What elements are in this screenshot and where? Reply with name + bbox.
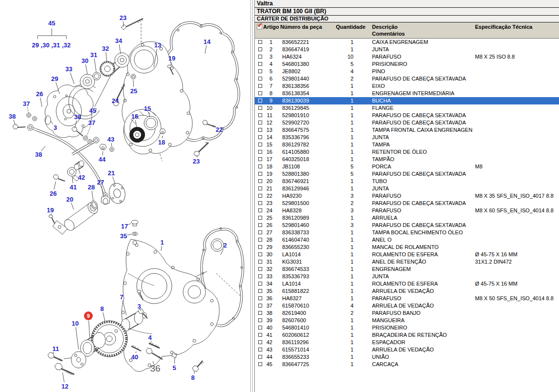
callout-12[interactable]: 12 xyxy=(62,383,68,390)
callout-44[interactable]: 44 xyxy=(99,156,105,163)
callout-highlighted-9[interactable]: 9 xyxy=(84,311,93,320)
callout-42[interactable]: 42 xyxy=(78,174,85,181)
callout-40[interactable]: 40 xyxy=(131,353,138,361)
callout-2[interactable]: 2 xyxy=(223,242,227,249)
table-row[interactable]: 286146047401ANEL O xyxy=(255,236,559,244)
table-row[interactable]: 328366745331ENGRENAGEM xyxy=(255,266,559,273)
callout-45[interactable]: 45 xyxy=(89,107,96,114)
table-row[interactable]: 115298019101PARAFUSO DE CABEÇA SEXTAVADA xyxy=(255,112,559,119)
callout-23[interactable]: 23 xyxy=(193,158,200,165)
column-article[interactable]: Artigo xyxy=(263,24,279,30)
callout-28[interactable]: 28 xyxy=(88,184,95,191)
callout-29-30-31-32[interactable]: 29 ,30 ,31 ,32 xyxy=(32,41,71,49)
callout-21[interactable]: 21 xyxy=(108,169,115,177)
table-row[interactable]: 376158706104ARRUELA DE VEDAÇÃO xyxy=(255,302,559,309)
table-row[interactable]: 98361390391BUCHA xyxy=(255,97,559,104)
callout-19[interactable]: 19 xyxy=(47,206,54,214)
callout-25[interactable]: 25 xyxy=(130,87,137,95)
callout-38[interactable]: 38 xyxy=(35,151,42,158)
column-description[interactable]: Descrição xyxy=(372,24,398,30)
table-row[interactable]: 125299027201PARAFUSO DE CABEÇA SEXTAVADA xyxy=(255,119,559,126)
table-row[interactable]: 5JE88024PINO xyxy=(255,68,559,75)
table-row[interactable]: 108361298451FLANGE xyxy=(255,104,559,112)
table-row[interactable]: 138366475751TAMPA FRONTAL CAIXA ENGRENAG… xyxy=(255,126,559,134)
callout-29[interactable]: 29 xyxy=(51,75,58,83)
callout-33[interactable]: 33 xyxy=(65,65,72,73)
table-row[interactable]: 3HA632410PARAFUSOM8 X 25 ISO 8.8 xyxy=(255,53,559,61)
callout-8[interactable]: 8 xyxy=(100,305,104,312)
table-row[interactable]: 158361297821TAMPA xyxy=(255,141,559,148)
table-row[interactable]: 416020606121BRAÇADEIRA DE RETENÇÃO xyxy=(255,331,559,339)
callout-38[interactable]: 38 xyxy=(9,113,16,120)
callout-35[interactable]: 35 xyxy=(120,232,127,240)
table-row[interactable]: 22HA92303PARAFUSOM8 X 35 SFS_EN_ISO_4017… xyxy=(255,192,559,200)
callout-14[interactable]: 14 xyxy=(204,38,210,45)
table-row[interactable]: 30LA10141ROLAMENTO DE ESFERAØ 45-75 X 16… xyxy=(255,251,559,258)
table-row[interactable]: 338353367931JUNTA xyxy=(255,273,559,280)
table-row[interactable]: 436155710141ARRUELA DE VEDAÇÃO xyxy=(255,346,559,353)
callout-45[interactable]: 45 xyxy=(48,20,55,27)
callout-5[interactable]: 5 xyxy=(172,364,176,371)
column-part-number[interactable]: Número da peça xyxy=(280,24,322,30)
table-row[interactable]: 39826076001MANGUEIRA xyxy=(255,317,559,324)
table-row[interactable]: 356158818221ARRUELA DE VEDAÇÃO xyxy=(255,288,559,295)
table-row[interactable]: 166141058801RETENTOR DE ÓLEO xyxy=(255,148,559,156)
callout-7[interactable]: 7 xyxy=(120,293,123,301)
callout-13[interactable]: 13 xyxy=(154,41,161,49)
table-row[interactable]: 34LA10141ROLAMENTO DE ESFERAØ 45-75 X 16… xyxy=(255,280,559,288)
column-spec[interactable]: Especificação Técnica xyxy=(475,24,532,30)
table-row[interactable]: 428361192961ESPAÇADOR xyxy=(255,339,559,346)
table-row[interactable]: 405468014101PRISIONEIRO xyxy=(255,324,559,331)
table-row[interactable]: 88361383541ENGRENAGEM INTERMEDIÁRIA xyxy=(255,90,559,97)
callout-16[interactable]: 16 xyxy=(131,113,138,120)
table-row[interactable]: 235298015002PARAFUSO DE CABEÇA SEXTAVADA xyxy=(255,200,559,207)
callout-10[interactable]: 10 xyxy=(72,320,79,327)
callout-30[interactable]: 30 xyxy=(82,57,88,64)
callout-27[interactable]: 27 xyxy=(97,179,104,186)
callout-24[interactable]: 24 xyxy=(112,97,119,104)
callout-18[interactable]: 18 xyxy=(158,139,165,146)
callout-38[interactable]: 38 xyxy=(74,113,81,121)
table-row[interactable]: 24HA83283PARAFUSOM8 X 60 SFS_EN_ISO_4014… xyxy=(255,207,559,214)
table-row[interactable]: 18JB11085PORCAM8 xyxy=(255,163,559,170)
table-row[interactable]: 28366474191JUNTA xyxy=(255,46,559,53)
callout-43[interactable]: 43 xyxy=(107,136,114,143)
callout-37[interactable]: 37 xyxy=(23,100,30,107)
column-comments[interactable]: Comentários xyxy=(372,31,405,37)
callout-41[interactable]: 41 xyxy=(70,184,77,191)
callout-1[interactable]: 1 xyxy=(160,239,164,246)
callout-23[interactable]: 23 xyxy=(120,14,126,21)
table-row[interactable]: 45468013805PRISIONEIRO xyxy=(255,61,559,68)
table-row[interactable]: 38826194002PARAFUSO BANJO xyxy=(255,309,559,317)
table-row[interactable]: 298366552301MANCAL DE ROLAMENTO xyxy=(255,244,559,251)
callout-3[interactable]: 3 xyxy=(53,124,57,131)
callout-32[interactable]: 32 xyxy=(102,45,109,52)
table-row[interactable]: 195288013805PARAFUSO DE CABEÇA SEXTAVADA xyxy=(255,170,559,178)
table-row[interactable]: 278363387331TAMPA BOCAL ENCHIMENTO ÓLEO xyxy=(255,229,559,236)
callout-4[interactable]: 4 xyxy=(148,334,151,341)
panel-splitter[interactable] xyxy=(250,0,251,392)
table-row[interactable]: 176403250181TAMPÃO xyxy=(255,156,559,163)
table-row[interactable]: 18366522211CAIXA ENGRENAGEM xyxy=(255,39,559,46)
callout-11[interactable]: 11 xyxy=(52,345,59,352)
callout-19[interactable]: 19 xyxy=(168,55,175,62)
table-row[interactable]: 78361383561EIXO xyxy=(255,83,559,90)
callout-26[interactable]: 26 xyxy=(36,90,43,98)
callout-26[interactable]: 26 xyxy=(50,190,57,197)
callout-34[interactable]: 34 xyxy=(115,37,122,44)
table-row[interactable]: 208367469211TUBO xyxy=(255,178,559,185)
table-row[interactable]: 148353367961JUNTA xyxy=(255,134,559,141)
callout-17[interactable]: 17 xyxy=(121,223,128,230)
table-row[interactable]: 31KG30311ANEL DE RETENÇÃO31X1.2 DIN472 xyxy=(255,258,559,266)
callout-31[interactable]: 31 xyxy=(90,51,97,59)
select-all-check-icon[interactable] xyxy=(257,24,262,29)
table-row[interactable]: 36HA83271PARAFUSOM8 X 50 SFS_EN_ISO_4014… xyxy=(255,295,559,302)
table-row[interactable]: 458366477251CARCAÇA xyxy=(255,361,559,368)
callout-15[interactable]: 15 xyxy=(144,105,151,112)
table-row[interactable]: 265298014603PARAFUSO DE CABEÇA SEXTAVADA xyxy=(255,222,559,229)
table-row[interactable]: 218361299461JUNTA xyxy=(255,185,559,192)
callout-3[interactable]: 3 xyxy=(137,303,141,310)
table-row[interactable]: 448366552331UNIÃO xyxy=(255,353,559,361)
callout-37[interactable]: 37 xyxy=(88,119,95,126)
callout-22[interactable]: 22 xyxy=(216,126,223,133)
